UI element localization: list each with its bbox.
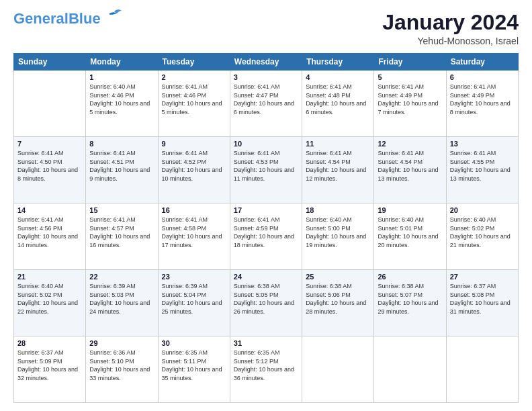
day-number: 5 — [378, 73, 442, 81]
logo-bird-icon — [102, 9, 122, 24]
calendar-cell: 18 Sunrise: 6:40 AMSunset: 5:00 PMDaylig… — [302, 203, 374, 270]
calendar-cell: 22 Sunrise: 6:39 AMSunset: 5:03 PMDaylig… — [86, 270, 158, 336]
day-info: Sunrise: 6:38 AMSunset: 5:07 PMDaylight:… — [378, 282, 442, 316]
calendar-cell: 24 Sunrise: 6:38 AMSunset: 5:05 PMDaylig… — [230, 270, 302, 336]
calendar-cell: 25 Sunrise: 6:38 AMSunset: 5:06 PMDaylig… — [302, 270, 374, 336]
col-sunday: Sunday — [14, 54, 86, 71]
day-number: 26 — [378, 273, 442, 281]
logo-general: General — [13, 10, 69, 27]
calendar-cell: 20 Sunrise: 6:40 AMSunset: 5:02 PMDaylig… — [446, 203, 518, 270]
day-number: 19 — [378, 206, 442, 214]
calendar-cell: 1 Sunrise: 6:40 AMSunset: 4:46 PMDayligh… — [86, 71, 158, 137]
day-number: 10 — [234, 140, 298, 148]
calendar-cell — [374, 336, 446, 403]
day-info: Sunrise: 6:41 AMSunset: 4:54 PMDaylight:… — [306, 149, 370, 183]
col-friday: Friday — [374, 54, 446, 71]
day-number: 2 — [162, 73, 226, 81]
calendar-cell: 26 Sunrise: 6:38 AMSunset: 5:07 PMDaylig… — [374, 270, 446, 336]
calendar-cell: 12 Sunrise: 6:41 AMSunset: 4:54 PMDaylig… — [374, 137, 446, 203]
day-number: 1 — [89, 73, 154, 81]
calendar-cell: 8 Sunrise: 6:41 AMSunset: 4:51 PMDayligh… — [86, 137, 158, 203]
day-number: 30 — [162, 339, 226, 347]
calendar-cell: 28 Sunrise: 6:37 AMSunset: 5:09 PMDaylig… — [14, 336, 86, 403]
day-info: Sunrise: 6:41 AMSunset: 4:46 PMDaylight:… — [162, 83, 226, 116]
calendar-cell: 23 Sunrise: 6:39 AMSunset: 5:04 PMDaylig… — [158, 270, 230, 336]
calendar-cell: 27 Sunrise: 6:37 AMSunset: 5:08 PMDaylig… — [446, 270, 518, 336]
calendar-cell: 21 Sunrise: 6:40 AMSunset: 5:02 PMDaylig… — [14, 270, 86, 336]
calendar-week-row: 21 Sunrise: 6:40 AMSunset: 5:02 PMDaylig… — [14, 270, 519, 336]
day-number: 22 — [89, 273, 154, 281]
logo-blue: Blue — [69, 10, 101, 27]
day-info: Sunrise: 6:38 AMSunset: 5:05 PMDaylight:… — [234, 282, 298, 316]
day-number: 27 — [450, 273, 515, 281]
day-number: 13 — [450, 140, 515, 148]
day-number: 3 — [234, 73, 298, 81]
day-info: Sunrise: 6:41 AMSunset: 4:50 PMDaylight:… — [17, 149, 82, 183]
day-number: 9 — [162, 140, 226, 148]
col-saturday: Saturday — [446, 54, 518, 71]
calendar-week-row: 7 Sunrise: 6:41 AMSunset: 4:50 PMDayligh… — [14, 137, 519, 203]
day-number: 31 — [234, 339, 298, 347]
day-info: Sunrise: 6:35 AMSunset: 5:12 PMDaylight:… — [234, 349, 298, 382]
day-number: 15 — [89, 206, 154, 214]
calendar-cell: 31 Sunrise: 6:35 AMSunset: 5:12 PMDaylig… — [230, 336, 302, 403]
calendar-cell: 30 Sunrise: 6:35 AMSunset: 5:11 PMDaylig… — [158, 336, 230, 403]
col-thursday: Thursday — [302, 54, 374, 71]
calendar-header-row: Sunday Monday Tuesday Wednesday Thursday… — [14, 54, 519, 71]
logo: GeneralBlue — [13, 11, 122, 27]
day-info: Sunrise: 6:40 AMSunset: 5:01 PMDaylight:… — [378, 216, 442, 249]
day-number: 8 — [89, 140, 154, 148]
calendar-table: Sunday Monday Tuesday Wednesday Thursday… — [13, 53, 519, 403]
day-number: 28 — [17, 339, 82, 347]
calendar-cell: 16 Sunrise: 6:41 AMSunset: 4:58 PMDaylig… — [158, 203, 230, 270]
day-info: Sunrise: 6:40 AMSunset: 5:00 PMDaylight:… — [306, 216, 370, 249]
calendar-week-row: 14 Sunrise: 6:41 AMSunset: 4:56 PMDaylig… — [14, 203, 519, 270]
day-number: 7 — [17, 140, 82, 148]
calendar-cell: 7 Sunrise: 6:41 AMSunset: 4:50 PMDayligh… — [14, 137, 86, 203]
calendar-week-row: 1 Sunrise: 6:40 AMSunset: 4:46 PMDayligh… — [14, 71, 519, 137]
day-number: 29 — [89, 339, 154, 347]
calendar-cell: 15 Sunrise: 6:41 AMSunset: 4:57 PMDaylig… — [86, 203, 158, 270]
calendar-cell — [446, 336, 518, 403]
day-info: Sunrise: 6:41 AMSunset: 4:51 PMDaylight:… — [89, 149, 154, 183]
day-info: Sunrise: 6:41 AMSunset: 4:57 PMDaylight:… — [89, 216, 154, 249]
day-number: 20 — [450, 206, 515, 214]
calendar-cell: 17 Sunrise: 6:41 AMSunset: 4:59 PMDaylig… — [230, 203, 302, 270]
day-number: 25 — [306, 273, 370, 281]
day-info: Sunrise: 6:41 AMSunset: 4:49 PMDaylight:… — [378, 83, 442, 116]
day-number: 6 — [450, 73, 515, 81]
location-title: Yehud-Monosson, Israel — [382, 36, 519, 46]
calendar-cell — [14, 71, 86, 137]
day-number: 4 — [306, 73, 370, 81]
col-wednesday: Wednesday — [230, 54, 302, 71]
day-info: Sunrise: 6:40 AMSunset: 4:46 PMDaylight:… — [89, 83, 154, 116]
day-number: 21 — [17, 273, 82, 281]
day-number: 16 — [162, 206, 226, 214]
day-info: Sunrise: 6:39 AMSunset: 5:04 PMDaylight:… — [162, 282, 226, 316]
day-number: 11 — [306, 140, 370, 148]
day-info: Sunrise: 6:39 AMSunset: 5:03 PMDaylight:… — [89, 282, 154, 316]
calendar-cell — [302, 336, 374, 403]
title-block: January 2024 Yehud-Monosson, Israel — [382, 11, 519, 46]
day-info: Sunrise: 6:41 AMSunset: 4:55 PMDaylight:… — [450, 149, 515, 183]
day-number: 18 — [306, 206, 370, 214]
day-info: Sunrise: 6:41 AMSunset: 4:47 PMDaylight:… — [234, 83, 298, 116]
day-info: Sunrise: 6:40 AMSunset: 5:02 PMDaylight:… — [17, 282, 82, 316]
day-number: 23 — [162, 273, 226, 281]
calendar-cell: 10 Sunrise: 6:41 AMSunset: 4:53 PMDaylig… — [230, 137, 302, 203]
calendar-cell: 19 Sunrise: 6:40 AMSunset: 5:01 PMDaylig… — [374, 203, 446, 270]
day-number: 14 — [17, 206, 82, 214]
day-info: Sunrise: 6:41 AMSunset: 4:56 PMDaylight:… — [17, 216, 82, 249]
day-info: Sunrise: 6:41 AMSunset: 4:49 PMDaylight:… — [450, 83, 515, 116]
header: GeneralBlue January 2024 Yehud-Monosson,… — [13, 11, 519, 46]
calendar-cell: 4 Sunrise: 6:41 AMSunset: 4:48 PMDayligh… — [302, 71, 374, 137]
day-info: Sunrise: 6:41 AMSunset: 4:53 PMDaylight:… — [234, 149, 298, 183]
day-info: Sunrise: 6:35 AMSunset: 5:11 PMDaylight:… — [162, 349, 226, 382]
calendar-cell: 9 Sunrise: 6:41 AMSunset: 4:52 PMDayligh… — [158, 137, 230, 203]
col-tuesday: Tuesday — [158, 54, 230, 71]
day-info: Sunrise: 6:37 AMSunset: 5:09 PMDaylight:… — [17, 349, 82, 382]
month-title: January 2024 — [382, 11, 519, 34]
calendar-cell: 11 Sunrise: 6:41 AMSunset: 4:54 PMDaylig… — [302, 137, 374, 203]
logo-line: GeneralBlue — [13, 11, 122, 27]
logo-text: GeneralBlue — [13, 11, 101, 27]
